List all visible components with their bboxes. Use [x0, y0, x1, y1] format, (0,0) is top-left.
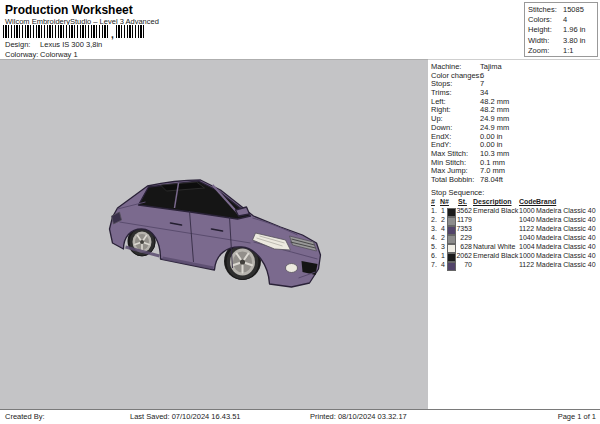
thread-color-swatch: [447, 262, 456, 271]
design-barcode: ,: [3, 25, 144, 38]
machine-info-row: Up:24.9 mm: [428, 114, 600, 123]
machine-info-row: Max Stitch:10.3 mm: [428, 149, 600, 158]
created-by-label: Created By:: [5, 412, 45, 421]
machine-info-row: EndY:0.00 in: [428, 140, 600, 149]
machine-info-row: Down:24.9 mm: [428, 123, 600, 132]
barcode-bars-right: [116, 25, 144, 38]
design-summary-box: Stitches:15085 Colors:4 Height:1.96 in W…: [524, 2, 598, 57]
machine-info-row: Left:48.2 mm: [428, 97, 600, 106]
barcode-bars-left: [3, 25, 109, 38]
colorway-label: Colorway:: [5, 50, 38, 59]
machine-info-row: Min Stitch:0.1 mm: [428, 158, 600, 167]
colorway-row: Colorway: Colorway 1: [5, 50, 78, 59]
stop-sequence-table: 1.13562Emerald Black1000Madeira Classic …: [428, 207, 600, 270]
machine-info-panel: Machine:Tajima Color changes:6 Stops:7 T…: [428, 59, 600, 410]
stop-sequence-row: 1.13562Emerald Black1000Madeira Classic …: [428, 207, 600, 216]
worksheet-header: Production Worksheet Wilcom EmbroiderySt…: [0, 0, 600, 59]
machine-info-row: Max Jump:7.0 mm: [428, 166, 600, 175]
machine-info-row: Total Bobbin:78.04ft: [428, 175, 600, 184]
summary-row: Stitches:15085: [525, 5, 597, 15]
summary-row: Height:1.96 in: [525, 25, 597, 35]
stop-sequence-row: 4.22291040Madeira Classic 40: [428, 234, 600, 243]
summary-row: Width:3.80 in: [525, 36, 597, 46]
machine-info-row: Machine:Tajima: [428, 62, 600, 71]
page-number: Page 1 of 1: [558, 412, 596, 421]
design-value: Lexus IS 300 3,8in: [40, 40, 102, 49]
machine-info-row: Right:48.2 mm: [428, 105, 600, 114]
machine-info-row: EndX:0.00 in: [428, 132, 600, 141]
fog-lamp: [286, 264, 298, 273]
stop-sequence-row: 7.4701122Madeira Classic 40: [428, 261, 600, 270]
stop-sequence-header: # N# St. Description Code Brand: [428, 198, 600, 207]
stop-sequence-row: 3.473531122Madeira Classic 40: [428, 225, 600, 234]
design-name-row: Design: Lexus IS 300 3,8in: [5, 40, 102, 49]
machine-info-list: Machine:Tajima Color changes:6 Stops:7 T…: [428, 62, 600, 184]
printed-text: Printed: 08/10/2024 03.32.17: [310, 412, 407, 421]
machine-info-row: Color changes:6: [428, 71, 600, 80]
machine-info-row: Trims:34: [428, 88, 600, 97]
summary-row: Zoom:1:1: [525, 46, 597, 56]
summary-row: Colors:4: [525, 15, 597, 25]
production-worksheet-page: Production Worksheet Wilcom EmbroiderySt…: [0, 0, 600, 424]
car-embroidery-design: [102, 172, 333, 294]
stop-sequence-row: 6.12062Emerald Black1000Madeira Classic …: [428, 252, 600, 261]
page-title: Production Worksheet: [5, 3, 133, 17]
colorway-value: Colorway 1: [40, 50, 78, 59]
stop-sequence-title: Stop Sequence:: [431, 188, 484, 197]
stop-sequence-row: 5.3628Natural White1004Madeira Classic 4…: [428, 243, 600, 252]
design-preview-canvas: [0, 59, 428, 410]
barcode-separator: ,: [109, 27, 116, 40]
last-saved-text: Last Saved: 07/10/2024 16.43.51: [130, 412, 241, 421]
worksheet-footer: Created By: Last Saved: 07/10/2024 16.43…: [0, 409, 600, 424]
stop-sequence-row: 2.211791040Madeira Classic 40: [428, 216, 600, 225]
machine-info-row: Stops:7: [428, 79, 600, 88]
design-label: Design:: [5, 40, 38, 49]
